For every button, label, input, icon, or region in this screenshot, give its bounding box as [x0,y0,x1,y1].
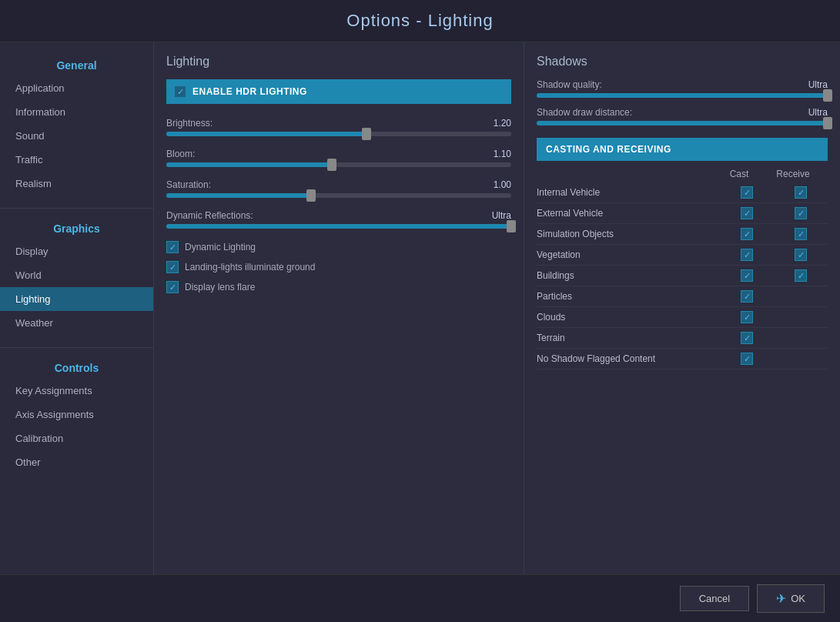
cast-checkbox-vegetation[interactable] [741,249,753,261]
cast-checkbox-clouds[interactable] [741,311,753,323]
page-title: Options - Lighting [0,11,840,31]
sidebar-item-other[interactable]: Other [0,450,153,474]
cast-cell-simulation_objects[interactable] [720,228,774,240]
cast-row-no_shadow_flagged: No Shadow Flagged Content [537,349,828,370]
hdr-row[interactable]: ENABLE HDR LIGHTING [166,79,511,104]
cast-cell-particles[interactable] [720,290,774,303]
sidebar-item-weather[interactable]: Weather [0,311,153,335]
checkbox-row-landing_lights[interactable]: Landing-lights illuminate ground [166,261,511,273]
shadows-panel-title: Shadows [537,55,828,69]
receive-checkbox-internal_vehicle[interactable] [795,186,807,199]
slider-track-brightness[interactable] [166,132,511,136]
receive-cell-external_vehicle[interactable] [774,207,828,219]
receive-cell-simulation_objects[interactable] [774,228,828,240]
slider-thumb-dynamic_reflections[interactable] [507,220,516,232]
slider-label-saturation: Saturation: [166,179,211,190]
cast-checkbox-simulation_objects[interactable] [741,228,753,240]
cast-row-label-particles: Particles [537,291,720,302]
ok-button[interactable]: ✈ OK [757,584,825,613]
cast-checkbox-buildings[interactable] [741,269,753,282]
quality-slider-track-shadow_draw_distance[interactable] [537,121,828,125]
cast-row-buildings: Buildings [537,266,828,286]
slider-fill-bloom [166,162,332,167]
cast-table-header: CastReceive [537,169,828,179]
cast-checkbox-internal_vehicle[interactable] [741,186,753,199]
sidebar-section-graphics: GraphicsDisplayWorldLightingWeather [0,213,153,335]
checkbox-row-dynamic_lighting[interactable]: Dynamic Lighting [166,241,511,253]
checkbox-dynamic_lighting[interactable] [166,241,179,253]
cast-checkbox-no_shadow_flagged[interactable] [741,353,753,365]
slider-row-dynamic_reflections: Dynamic Reflections:Ultra [166,210,511,229]
cast-col-header: Cast [712,169,766,179]
checkbox-display_lens_flare[interactable] [166,281,179,293]
slider-thumb-saturation[interactable] [306,189,316,202]
checkbox-label-display_lens_flare: Display lens flare [185,282,255,293]
slider-track-dynamic_reflections[interactable] [166,224,511,229]
app-window: Options - Lighting GeneralApplicationInf… [0,0,840,622]
cast-checkbox-terrain[interactable] [741,332,753,344]
sidebar-divider [0,347,153,348]
cast-row-label-clouds: Clouds [537,312,720,323]
slider-label-bloom: Bloom: [166,149,195,159]
quality-value-shadow_draw_distance: Ultra [808,107,828,118]
sidebar-item-lighting[interactable]: Lighting [0,287,153,311]
cast-row-label-simulation_objects: Simulation Objects [537,229,720,239]
receive-cell-buildings[interactable] [774,269,828,282]
receive-cell-vegetation[interactable] [774,249,828,261]
ok-label: OK [791,593,805,604]
checkbox-label-dynamic_lighting: Dynamic Lighting [185,242,256,252]
quality-slider-thumb-shadow_draw_distance[interactable] [823,117,832,129]
receive-checkbox-simulation_objects[interactable] [795,228,807,240]
cancel-button[interactable]: Cancel [680,586,749,611]
sidebar-item-calibration[interactable]: Calibration [0,426,153,450]
cast-cell-no_shadow_flagged[interactable] [720,353,774,365]
sidebar-item-world[interactable]: World [0,263,153,287]
receive-checkbox-external_vehicle[interactable] [795,207,807,219]
receive-checkbox-vegetation[interactable] [795,249,807,261]
slider-track-saturation[interactable] [166,193,511,198]
receive-cell-internal_vehicle[interactable] [774,186,828,199]
sidebar-item-sound[interactable]: Sound [0,124,153,148]
cast-cell-internal_vehicle[interactable] [720,186,774,199]
sidebar-item-application[interactable]: Application [0,76,153,100]
sidebar-item-axis-assignments[interactable]: Axis Assignments [0,403,153,426]
cast-row-internal_vehicle: Internal Vehicle [537,182,828,203]
cast-cell-buildings[interactable] [720,269,774,282]
cast-cell-clouds[interactable] [720,311,774,323]
cast-row-vegetation: Vegetation [537,245,828,266]
receive-checkbox-buildings[interactable] [795,269,807,282]
slider-thumb-brightness[interactable] [362,128,371,140]
checkbox-row-display_lens_flare[interactable]: Display lens flare [166,281,511,293]
sidebar-item-key-assignments[interactable]: Key Assignments [0,379,153,403]
quality-slider-fill-shadow_draw_distance [537,121,828,125]
cast-row-particles: Particles [537,286,828,307]
quality-slider-thumb-shadow_quality[interactable] [823,89,832,102]
sidebar-item-realism[interactable]: Realism [0,172,153,196]
checkbox-label-landing_lights: Landing-lights illuminate ground [185,262,315,273]
slider-thumb-bloom[interactable] [327,159,336,171]
cast-cell-terrain[interactable] [720,332,774,344]
sidebar-item-display[interactable]: Display [0,239,153,263]
sidebar-divider [0,208,153,209]
cast-cell-external_vehicle[interactable] [720,207,774,219]
slider-value-saturation: 1.00 [494,179,511,190]
sidebar-item-information[interactable]: Information [0,100,153,124]
cast-cell-vegetation[interactable] [720,249,774,261]
cast-checkbox-particles[interactable] [741,290,753,303]
slider-track-bloom[interactable] [166,162,511,167]
slider-value-brightness: 1.20 [494,118,511,129]
quality-slider-track-shadow_quality[interactable] [537,93,828,98]
quality-label-row-shadow_draw_distance: Shadow draw distance:Ultra [537,107,828,118]
hdr-label: ENABLE HDR LIGHTING [192,86,307,97]
cast-checkbox-external_vehicle[interactable] [741,207,753,219]
sidebar-group-title-controls: Controls [0,353,153,379]
sidebar-item-traffic[interactable]: Traffic [0,148,153,172]
lighting-panel-title: Lighting [166,55,511,69]
sidebar-group-title-general: General [0,50,153,76]
sidebar-section-controls: ControlsKey AssignmentsAxis AssignmentsC… [0,353,153,474]
hdr-checkbox[interactable] [174,85,186,98]
checkbox-landing_lights[interactable] [166,261,179,273]
center-panel: LightingENABLE HDR LIGHTINGBrightness:1.… [154,42,524,574]
cast-row-external_vehicle: External Vehicle [537,203,828,224]
cast-row-simulation_objects: Simulation Objects [537,224,828,245]
